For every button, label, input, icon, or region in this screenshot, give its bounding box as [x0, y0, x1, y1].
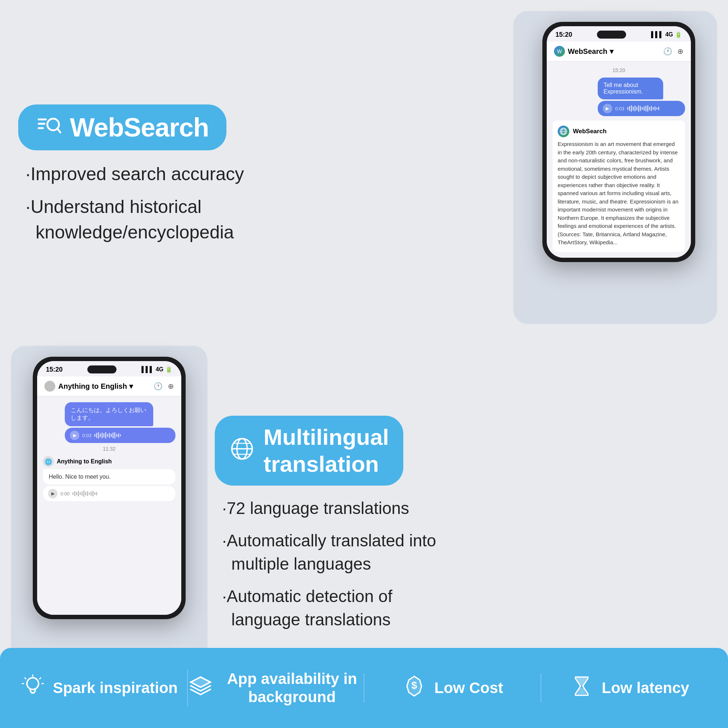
add-icon-2[interactable]: ⊕: [168, 382, 174, 391]
bottom-item-spark: Spark inspiration: [11, 673, 187, 702]
websearch-feature1: ·Improved search accuracy: [26, 161, 513, 187]
user-bubble-1: Tell me about Expressionism. ▶ 0:03: [552, 78, 685, 116]
network-icon-1: 4G: [665, 31, 673, 38]
status-icons-2: ▌▌▌ 4G 🔋: [142, 366, 173, 373]
status-bar-1: 15:20 ▌▌▌ 4G 🔋: [547, 26, 691, 38]
latency-label: Low latency: [602, 679, 689, 697]
chat-time-1: 15:20: [552, 67, 685, 73]
response-header-1: WebSearch: [558, 125, 680, 137]
audio-time-3: 0:00: [60, 491, 70, 497]
status-time-1: 15:20: [555, 31, 572, 38]
phone-header-1: W WebSearch ▾ 🕐 ⊕: [547, 41, 691, 61]
waveform-1: [627, 105, 659, 112]
globe-icon: [229, 436, 255, 466]
signal-icon-1: ▌▌▌: [651, 31, 664, 38]
phone-header-2: Anything to English ▾ 🕐 ⊕: [37, 376, 181, 396]
svg-line-18: [25, 678, 26, 679]
cost-label: Low Cost: [434, 679, 503, 697]
waveform-2: [94, 432, 121, 439]
response-audio-2: ▶ 0:00: [43, 486, 176, 501]
header-icons-1: 🕐 ⊕: [663, 47, 684, 56]
multilingual-features: ·72 language translations ·Automatically…: [215, 497, 710, 640]
svg-point-15: [27, 678, 38, 690]
add-icon-1[interactable]: ⊕: [678, 47, 684, 56]
audio-time-2: 0:03: [82, 433, 91, 438]
hourglass-icon: [569, 673, 594, 702]
phone-right: 15:20 ▌▌▌ 4G 🔋 W WebSearch: [528, 15, 710, 342]
clock-icon-2[interactable]: 🕐: [154, 382, 163, 391]
status-icons-1: ▌▌▌ 4G 🔋: [651, 31, 682, 38]
svg-line-4: [58, 129, 60, 133]
bottom-item-cost: $ Low Cost: [364, 673, 541, 702]
websearch-features: ·Improved search accuracy ·Understand hi…: [18, 161, 513, 252]
user-audio-2: ▶ 0:03: [65, 428, 176, 443]
header-title-2: Anything to English ▾: [58, 382, 133, 391]
play-button-1[interactable]: ▶: [603, 104, 612, 113]
signal-icon-2: ▌▌▌: [142, 366, 154, 373]
clock-icon-1[interactable]: 🕐: [663, 47, 672, 56]
chat-response-1: WebSearch Expressionism is an art moveme…: [552, 121, 685, 252]
phone-left: 15:20 ▌▌▌ 4G 🔋 Anything t: [18, 357, 200, 699]
cost-icon: $: [401, 673, 427, 702]
response-name-2: Anything to English: [57, 458, 112, 465]
user-audio-1: ▶ 0:03: [598, 101, 685, 116]
network-icon-2: 4G: [156, 366, 164, 373]
svg-text:$: $: [411, 680, 417, 691]
spark-label: Spark inspiration: [53, 679, 177, 697]
chat-area-2: こんにちは。よろしくお願いします。 ▶ 0:03: [37, 396, 181, 615]
header-title-1: WebSearch ▾: [568, 47, 613, 56]
battery-icon-2: 🔋: [165, 366, 173, 373]
ml-feature3: ·Automatic detection of language transla…: [222, 584, 710, 632]
top-section: WebSearch ·Improved search accuracy ·Und…: [0, 0, 728, 357]
header-avatar-2: [44, 381, 55, 392]
battery-icon-1: 🔋: [675, 31, 682, 38]
app-label: App availability in background: [220, 670, 364, 707]
ml-feature2: ·Automatically translated into multiple …: [222, 529, 710, 576]
audio-time-1: 0:03: [615, 106, 624, 112]
play-button-2[interactable]: ▶: [70, 431, 80, 440]
response-text-2: Hello. Nice to meet you.: [43, 469, 176, 485]
multilingual-panel: Multilingual translation ·72 language tr…: [215, 357, 710, 699]
websearch-panel: WebSearch ·Improved search accuracy ·Und…: [18, 15, 513, 342]
waveform-3: [72, 490, 97, 497]
websearch-title: WebSearch: [70, 112, 209, 142]
ml-feature1: ·72 language translations: [222, 497, 710, 520]
response-text-1: Expressionism is an art movement that em…: [558, 140, 680, 247]
websearch-icon: [36, 113, 61, 142]
response-name-1: WebSearch: [573, 128, 606, 135]
response-avatar-2: 🌐: [43, 456, 54, 467]
response-header-2: 🌐 Anything to English: [43, 456, 176, 467]
multilingual-badge: Multilingual translation: [215, 416, 403, 486]
phone-frame-websearch: 15:20 ▌▌▌ 4G 🔋 W WebSearch: [542, 22, 695, 262]
user-bubble-2: こんにちは。よろしくお願いします。 ▶ 0:03: [43, 402, 176, 443]
websearch-badge: WebSearch: [18, 104, 226, 150]
phone-frame-translation: 15:20 ▌▌▌ 4G 🔋 Anything t: [33, 357, 186, 619]
header-icons-2: 🕐 ⊕: [154, 382, 174, 391]
svg-line-19: [40, 678, 41, 679]
multilingual-title: Multilingual translation: [263, 424, 389, 478]
websearch-feature2: ·Understand historical knowledge/encyclo…: [26, 194, 513, 245]
bottom-item-app: App availability in background: [187, 670, 364, 707]
response-avatar-1: [558, 125, 569, 137]
bottom-item-latency: Low latency: [541, 673, 717, 702]
play-button-3[interactable]: ▶: [48, 489, 58, 498]
header-avatar-1: W: [554, 46, 565, 57]
user-message-1: Tell me about Expressionism.: [598, 78, 663, 99]
layers-icon: [188, 673, 213, 702]
chat-time-2: 11:32: [43, 446, 176, 452]
status-bar-2: 15:20 ▌▌▌ 4G 🔋: [37, 361, 181, 373]
bottom-bar: Spark inspiration App availability in ba…: [0, 648, 728, 728]
chat-area-1: 15:20 Tell me about Expressionism. ▶ 0:0…: [547, 61, 691, 258]
bulb-icon: [20, 673, 46, 702]
status-time-2: 15:20: [46, 366, 63, 373]
user-message-2: こんにちは。よろしくお願いします。: [65, 402, 153, 426]
response-block-2: 🌐 Anything to English Hello. Nice to mee…: [43, 456, 176, 501]
